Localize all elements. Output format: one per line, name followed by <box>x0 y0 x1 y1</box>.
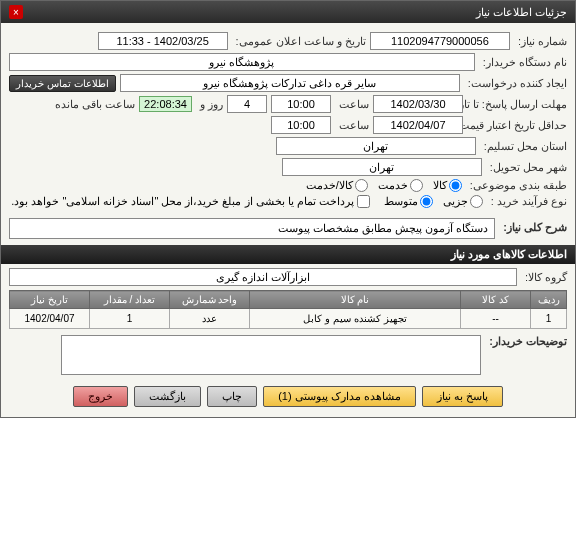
radio-medium[interactable]: متوسط <box>384 195 433 208</box>
price-valid-label: حداقل تاریخ اعتبار قیمت: تا تاریخ: <box>467 119 567 132</box>
radio-service-input[interactable] <box>410 179 423 192</box>
print-button[interactable]: چاپ <box>207 386 257 407</box>
process-radios: جزیی متوسط <box>384 195 483 208</box>
th-unit: واحد شمارش <box>170 291 250 309</box>
cell-date: 1402/04/07 <box>10 309 90 329</box>
contact-buyer-button[interactable]: اطلاعات تماس خریدار <box>9 75 116 92</box>
cell-code: -- <box>461 309 531 329</box>
table-row[interactable]: 1 -- تجهیز کشنده سیم و کابل عدد 1 1402/0… <box>10 309 567 329</box>
radio-goods[interactable]: کالا <box>433 179 462 192</box>
goods-section-header: اطلاعات کالاهای مورد نیاز <box>1 245 575 264</box>
process-label: نوع فرآیند خرید : <box>487 195 567 208</box>
reply-time-field: 10:00 <box>271 95 331 113</box>
province-label: استان محل تسلیم: <box>480 140 567 153</box>
province-field: تهران <box>276 137 476 155</box>
table-header-row: ردیف کد کالا نام کالا واحد شمارش تعداد /… <box>10 291 567 309</box>
buyer-comments-field <box>61 335 481 375</box>
button-row: پاسخ به نیاز مشاهده مدارک پیوستی (1) چاپ… <box>9 378 567 411</box>
radio-goods-input[interactable] <box>449 179 462 192</box>
dialog-body: شماره نیاز: 1102094779000056 تاریخ و ساع… <box>1 23 575 417</box>
reply-deadline-label: مهلت ارسال پاسخ: تا تاریخ: <box>467 98 567 111</box>
th-code: کد کالا <box>461 291 531 309</box>
back-button[interactable]: بازگشت <box>134 386 201 407</box>
requester-label: ایجاد کننده درخواست: <box>464 77 567 90</box>
radio-service[interactable]: خدمت <box>378 179 423 192</box>
announce-dt-field: 1402/03/25 - 11:33 <box>98 32 228 50</box>
requester-field: سایر قره داغی تدارکات پژوهشگاه نیرو <box>120 74 460 92</box>
need-desc-label: شرح کلی نیاز: <box>499 221 567 234</box>
radio-minor-input[interactable] <box>470 195 483 208</box>
city-field: تهران <box>282 158 482 176</box>
partial-pay-checkbox[interactable] <box>357 195 370 208</box>
th-qty: تعداد / مقدار <box>90 291 170 309</box>
close-icon[interactable]: × <box>9 5 23 19</box>
reply-date-field: 1402/03/30 <box>373 95 463 113</box>
city-label: شهر محل تحویل: <box>486 161 567 174</box>
reply-button[interactable]: پاسخ به نیاز <box>422 386 503 407</box>
attachments-button[interactable]: مشاهده مدارک پیوستی (1) <box>263 386 416 407</box>
radio-both[interactable]: کالا/خدمت <box>306 179 368 192</box>
price-date-field: 1402/04/07 <box>373 116 463 134</box>
remaining-time: 22:08:34 <box>139 96 192 112</box>
th-row: ردیف <box>531 291 567 309</box>
need-no-field: 1102094779000056 <box>370 32 510 50</box>
subject-class-radios: کالا خدمت کالا/خدمت <box>306 179 462 192</box>
buyer-comments-label: توضیحات خریدار: <box>485 335 567 348</box>
radio-minor[interactable]: جزیی <box>443 195 483 208</box>
cell-row: 1 <box>531 309 567 329</box>
announce-dt-label: تاریخ و ساعت اعلان عمومی: <box>232 35 366 48</box>
th-name: نام کالا <box>250 291 461 309</box>
price-time-field: 10:00 <box>271 116 331 134</box>
radio-both-input[interactable] <box>355 179 368 192</box>
remain-label: ساعت باقی مانده <box>51 98 135 111</box>
need-details-dialog: جزئیات اطلاعات نیاز × شماره نیاز: 110209… <box>0 0 576 418</box>
cell-name: تجهیز کشنده سیم و کابل <box>250 309 461 329</box>
time-label-2: ساعت <box>335 119 369 132</box>
buyer-field: پژوهشگاه نیرو <box>9 53 475 71</box>
title-bar: جزئیات اطلاعات نیاز × <box>1 1 575 23</box>
buyer-label: نام دستگاه خریدار: <box>479 56 567 69</box>
need-desc-field: دستگاه آزمون پیچش مطابق مشخصات پیوست <box>9 218 495 239</box>
partial-pay-check[interactable]: پرداخت تمام یا بخشی از مبلغ خرید،از محل … <box>11 195 370 208</box>
time-label-1: ساعت <box>335 98 369 111</box>
dialog-title: جزئیات اطلاعات نیاز <box>476 6 567 19</box>
need-no-label: شماره نیاز: <box>514 35 567 48</box>
radio-medium-input[interactable] <box>420 195 433 208</box>
subject-class-label: طبقه بندی موضوعی: <box>466 179 567 192</box>
goods-group-field: ابزارآلات اندازه گیری <box>9 268 517 286</box>
days-label: روز و <box>196 98 223 111</box>
th-date: تاریخ نیاز <box>10 291 90 309</box>
cell-qty: 1 <box>90 309 170 329</box>
goods-group-label: گروه کالا: <box>521 271 567 284</box>
cell-unit: عدد <box>170 309 250 329</box>
items-table: ردیف کد کالا نام کالا واحد شمارش تعداد /… <box>9 290 567 329</box>
days-field: 4 <box>227 95 267 113</box>
exit-button[interactable]: خروج <box>73 386 128 407</box>
